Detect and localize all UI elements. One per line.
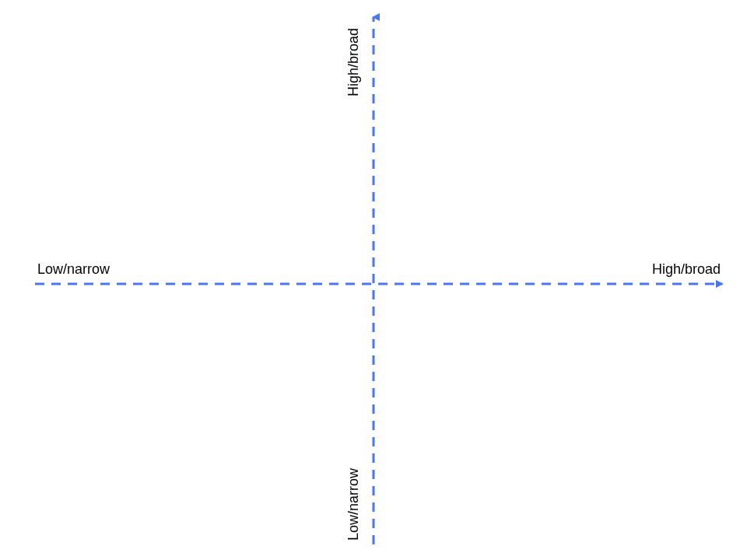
quadrant-diagram: Low/narrow High/broad High/broad Low/nar… <box>0 0 747 560</box>
y-axis-bottom-label: Low/narrow <box>345 468 362 541</box>
x-axis-right-label: High/broad <box>652 261 721 278</box>
axes-svg <box>0 0 747 560</box>
y-axis-top-label: High/broad <box>345 28 362 96</box>
x-axis-left-label: Low/narrow <box>37 261 110 278</box>
